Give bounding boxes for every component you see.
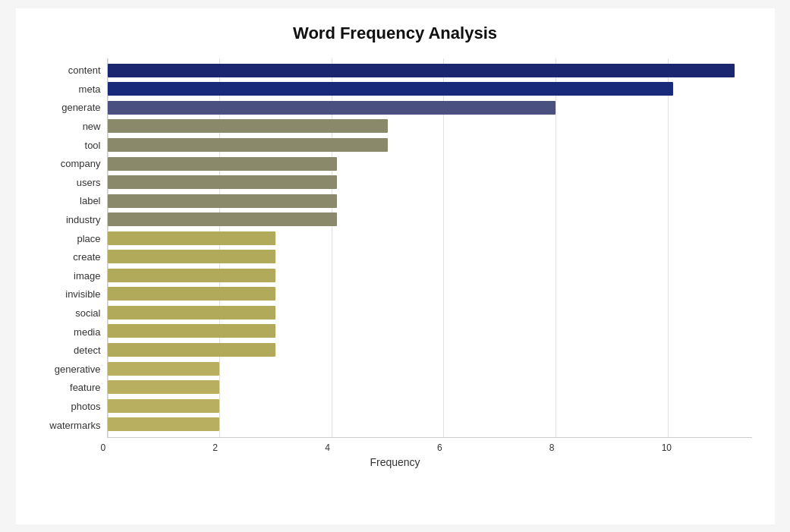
bar [108,212,338,226]
bar [108,417,220,431]
x-axis-tick-label: 10 [662,442,672,453]
x-axis-tick-label: 4 [325,442,330,453]
bar-row [108,417,752,432]
y-label: detect [74,345,100,355]
y-label: create [73,252,100,262]
bar [108,101,556,115]
bar-row [108,342,752,357]
bar [108,287,275,301]
bar-row [108,305,752,320]
bar-row [108,212,752,227]
x-axis-tick-label: 8 [549,442,555,453]
bars-section: contentmetageneratenewtoolcompanyusersla… [39,58,752,438]
bar-row [108,361,752,376]
bar [108,362,220,376]
x-axis-tick-label: 0 [101,442,106,453]
x-axis-tick-label: 2 [212,442,218,453]
y-label: generative [55,364,101,374]
y-label: social [75,308,100,318]
bar-row [108,118,752,134]
bars-wrapper [108,58,752,437]
bar-row [108,100,752,115]
y-label: place [77,234,100,244]
bar [108,64,735,77]
bar-row [108,81,752,96]
bar [108,250,275,263]
bar [108,138,388,152]
bar [108,269,275,282]
bar [108,380,220,394]
bar [108,82,674,96]
bar-row [108,137,752,153]
y-label: feature [70,382,100,392]
y-label: content [68,65,101,75]
bar-row [108,249,752,264]
x-axis-title: Frequency [39,456,752,468]
bar-row [108,156,752,172]
y-label: generate [61,102,100,112]
y-label: users [77,178,101,187]
chart-title: Word Frequency Analysis [39,24,752,43]
bar [108,175,338,189]
bar [108,343,275,357]
bar [108,157,338,171]
bar [108,119,388,133]
y-labels: contentmetageneratenewtoolcompanyusersla… [39,58,107,438]
y-label: media [74,327,100,337]
y-label: photos [71,401,100,411]
bar [108,324,275,338]
chart-area: contentmetageneratenewtoolcompanyusersla… [39,58,752,468]
bar-row [108,231,752,246]
bar-row [108,194,752,209]
bar [108,194,338,208]
bar-row [108,379,752,395]
bar [108,399,220,413]
bar-row [108,286,752,301]
bar [108,231,275,245]
x-axis-labels: 0246810 [107,438,752,453]
y-label: company [61,159,101,168]
bar-row [108,63,752,78]
y-label: meta [79,84,101,94]
y-label: new [83,121,101,131]
bar-row [108,175,752,190]
y-label: label [80,196,100,206]
y-label: image [74,271,100,281]
y-label: watermarks [49,420,100,430]
y-label: tool [85,140,101,150]
bar-row [108,323,752,338]
bars-and-grid [107,58,752,438]
bar [108,306,275,320]
x-axis-tick-label: 6 [437,442,442,453]
bar-row [108,268,752,283]
bar-row [108,398,752,414]
chart-container: Word Frequency Analysis contentmetagener… [16,8,775,524]
y-label: industry [66,215,101,225]
y-label: invisible [65,289,100,299]
